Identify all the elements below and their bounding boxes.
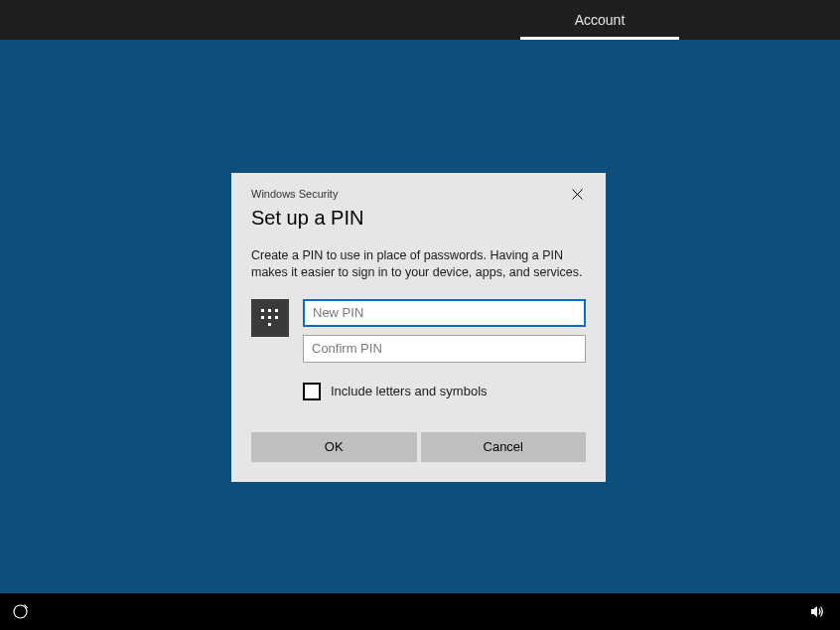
ease-of-access-button[interactable] <box>12 603 29 624</box>
ease-of-access-icon <box>12 603 29 620</box>
tab-account[interactable]: Account <box>520 0 679 40</box>
oobe-stage: Windows Security Set up a PIN Create a P… <box>0 40 840 593</box>
ok-button[interactable]: OK <box>251 432 417 462</box>
bottom-bar <box>0 593 840 630</box>
volume-icon <box>809 603 826 620</box>
dialog-title: Set up a PIN <box>251 207 586 230</box>
pin-setup-dialog: Windows Security Set up a PIN Create a P… <box>231 173 606 482</box>
new-pin-input[interactable] <box>303 299 586 327</box>
confirm-pin-input[interactable] <box>303 335 586 363</box>
dialog-window-title: Windows Security <box>251 188 338 200</box>
cancel-button[interactable]: Cancel <box>421 432 587 462</box>
include-symbols-label: Include letters and symbols <box>331 384 488 398</box>
svg-rect-7 <box>275 316 278 319</box>
svg-rect-4 <box>275 309 278 312</box>
svg-rect-3 <box>268 309 271 312</box>
svg-rect-6 <box>268 316 271 319</box>
keypad-icon <box>251 299 289 337</box>
svg-rect-5 <box>261 316 264 319</box>
svg-rect-8 <box>268 323 271 326</box>
svg-rect-2 <box>261 309 264 312</box>
volume-button[interactable] <box>809 603 826 624</box>
close-button[interactable] <box>568 185 586 203</box>
close-icon <box>572 189 583 200</box>
dialog-description: Create a PIN to use in place of password… <box>251 247 586 281</box>
include-symbols-checkbox[interactable] <box>303 383 321 400</box>
tab-account-label: Account <box>575 12 626 28</box>
top-bar: Account <box>0 0 840 40</box>
svg-point-9 <box>14 605 27 618</box>
